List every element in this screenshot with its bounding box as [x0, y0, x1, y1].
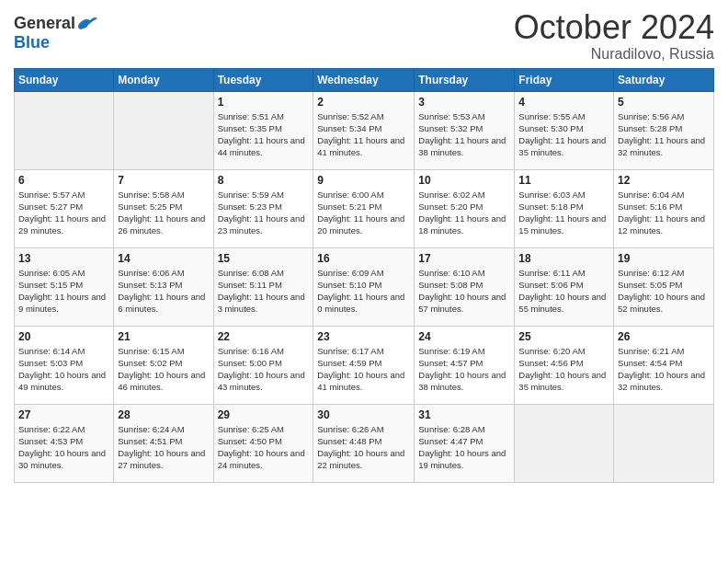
day-info: Sunrise: 5:58 AM Sunset: 5:25 PM Dayligh…: [118, 190, 205, 236]
title-block: October 2024 Nuradilovo, Russia: [514, 9, 714, 63]
day-cell: 19Sunrise: 6:12 AM Sunset: 5:05 PM Dayli…: [614, 247, 714, 326]
day-number: 4: [518, 96, 609, 109]
day-cell: 28Sunrise: 6:24 AM Sunset: 4:51 PM Dayli…: [114, 404, 213, 482]
day-cell: 12Sunrise: 6:04 AM Sunset: 5:16 PM Dayli…: [614, 169, 714, 247]
day-cell: 9Sunrise: 6:00 AM Sunset: 5:21 PM Daylig…: [313, 169, 415, 247]
day-info: Sunrise: 6:19 AM Sunset: 4:57 PM Dayligh…: [418, 346, 506, 393]
day-info: Sunrise: 6:08 AM Sunset: 5:11 PM Dayligh…: [218, 268, 305, 315]
day-number: 1: [218, 96, 310, 109]
day-cell: 31Sunrise: 6:28 AM Sunset: 4:47 PM Dayli…: [415, 404, 515, 482]
day-cell: 14Sunrise: 6:06 AM Sunset: 5:13 PM Dayli…: [114, 247, 213, 326]
logo-text: General: [14, 14, 97, 33]
day-cell: 21Sunrise: 6:15 AM Sunset: 5:02 PM Dayli…: [114, 326, 213, 404]
day-number: 5: [618, 96, 710, 109]
day-cell: 3Sunrise: 5:53 AM Sunset: 5:32 PM Daylig…: [415, 91, 515, 169]
day-number: 21: [118, 330, 209, 343]
day-cell: [614, 404, 714, 482]
day-number: 9: [317, 174, 410, 187]
day-cell: 29Sunrise: 6:25 AM Sunset: 4:50 PM Dayli…: [213, 404, 313, 482]
day-number: 6: [18, 174, 109, 187]
location-title: Nuradilovo, Russia: [514, 46, 714, 63]
day-number: 29: [218, 408, 310, 421]
day-cell: 10Sunrise: 6:02 AM Sunset: 5:20 PM Dayli…: [415, 169, 515, 247]
day-number: 26: [618, 330, 710, 343]
day-info: Sunrise: 6:21 AM Sunset: 4:54 PM Dayligh…: [618, 346, 705, 393]
day-number: 25: [518, 330, 609, 343]
day-info: Sunrise: 6:09 AM Sunset: 5:10 PM Dayligh…: [317, 268, 404, 315]
logo: General Blue: [14, 9, 97, 52]
day-info: Sunrise: 6:10 AM Sunset: 5:08 PM Dayligh…: [418, 268, 506, 315]
day-info: Sunrise: 5:59 AM Sunset: 5:23 PM Dayligh…: [218, 190, 305, 236]
calendar-table: SundayMondayTuesdayWednesdayThursdayFrid…: [14, 68, 714, 483]
weekday-header-row: SundayMondayTuesdayWednesdayThursdayFrid…: [15, 68, 714, 91]
logo-general: General: [14, 14, 75, 33]
day-info: Sunrise: 6:15 AM Sunset: 5:02 PM Dayligh…: [118, 346, 205, 393]
day-info: Sunrise: 6:06 AM Sunset: 5:13 PM Dayligh…: [118, 268, 205, 315]
day-cell: 20Sunrise: 6:14 AM Sunset: 5:03 PM Dayli…: [15, 326, 114, 404]
day-cell: [114, 91, 213, 169]
day-cell: 8Sunrise: 5:59 AM Sunset: 5:23 PM Daylig…: [213, 169, 313, 247]
day-info: Sunrise: 5:56 AM Sunset: 5:28 PM Dayligh…: [618, 111, 705, 158]
day-info: Sunrise: 5:55 AM Sunset: 5:30 PM Dayligh…: [518, 111, 606, 158]
day-number: 30: [317, 408, 410, 421]
logo-blue: Blue: [14, 33, 50, 52]
day-number: 3: [418, 96, 510, 109]
week-row-4: 20Sunrise: 6:14 AM Sunset: 5:03 PM Dayli…: [15, 326, 714, 404]
day-number: 15: [218, 252, 310, 265]
day-cell: 18Sunrise: 6:11 AM Sunset: 5:06 PM Dayli…: [515, 247, 614, 326]
month-title: October 2024: [514, 9, 714, 46]
day-info: Sunrise: 6:02 AM Sunset: 5:20 PM Dayligh…: [418, 190, 506, 236]
day-info: Sunrise: 6:11 AM Sunset: 5:06 PM Dayligh…: [518, 268, 606, 315]
day-number: 23: [317, 330, 410, 343]
day-number: 20: [18, 330, 109, 343]
day-number: 13: [18, 252, 109, 265]
day-info: Sunrise: 6:03 AM Sunset: 5:18 PM Dayligh…: [518, 190, 606, 236]
day-number: 22: [218, 330, 310, 343]
day-number: 17: [418, 252, 510, 265]
weekday-header-sunday: Sunday: [15, 68, 114, 91]
weekday-header-wednesday: Wednesday: [313, 68, 415, 91]
day-info: Sunrise: 6:14 AM Sunset: 5:03 PM Dayligh…: [18, 346, 106, 393]
day-info: Sunrise: 6:04 AM Sunset: 5:16 PM Dayligh…: [618, 190, 705, 236]
day-number: 16: [317, 252, 410, 265]
logo-bird-icon: [77, 16, 97, 32]
day-number: 28: [118, 408, 209, 421]
day-info: Sunrise: 6:17 AM Sunset: 4:59 PM Dayligh…: [317, 346, 404, 393]
day-number: 19: [618, 252, 710, 265]
week-row-1: 1Sunrise: 5:51 AM Sunset: 5:35 PM Daylig…: [15, 91, 714, 169]
day-info: Sunrise: 5:51 AM Sunset: 5:35 PM Dayligh…: [218, 111, 305, 158]
day-cell: [15, 91, 114, 169]
day-info: Sunrise: 6:26 AM Sunset: 4:48 PM Dayligh…: [317, 424, 404, 471]
day-info: Sunrise: 6:12 AM Sunset: 5:05 PM Dayligh…: [618, 268, 705, 315]
day-number: 12: [618, 174, 710, 187]
day-cell: 23Sunrise: 6:17 AM Sunset: 4:59 PM Dayli…: [313, 326, 415, 404]
day-cell: 27Sunrise: 6:22 AM Sunset: 4:53 PM Dayli…: [15, 404, 114, 482]
day-info: Sunrise: 5:53 AM Sunset: 5:32 PM Dayligh…: [418, 111, 506, 158]
weekday-header-tuesday: Tuesday: [213, 68, 313, 91]
week-row-5: 27Sunrise: 6:22 AM Sunset: 4:53 PM Dayli…: [15, 404, 714, 482]
day-info: Sunrise: 5:52 AM Sunset: 5:34 PM Dayligh…: [317, 111, 404, 158]
day-cell: 5Sunrise: 5:56 AM Sunset: 5:28 PM Daylig…: [614, 91, 714, 169]
day-cell: 22Sunrise: 6:16 AM Sunset: 5:00 PM Dayli…: [213, 326, 313, 404]
day-number: 8: [218, 174, 310, 187]
day-number: 11: [518, 174, 609, 187]
day-info: Sunrise: 6:00 AM Sunset: 5:21 PM Dayligh…: [317, 190, 404, 236]
day-cell: [515, 404, 614, 482]
day-info: Sunrise: 6:25 AM Sunset: 4:50 PM Dayligh…: [218, 424, 305, 471]
day-cell: 24Sunrise: 6:19 AM Sunset: 4:57 PM Dayli…: [415, 326, 515, 404]
day-number: 10: [418, 174, 510, 187]
week-row-3: 13Sunrise: 6:05 AM Sunset: 5:15 PM Dayli…: [15, 247, 714, 326]
header: General Blue October 2024 Nuradilovo, Ru…: [14, 9, 714, 63]
day-cell: 30Sunrise: 6:26 AM Sunset: 4:48 PM Dayli…: [313, 404, 415, 482]
day-number: 31: [418, 408, 510, 421]
day-number: 27: [18, 408, 109, 421]
day-info: Sunrise: 6:20 AM Sunset: 4:56 PM Dayligh…: [518, 346, 606, 393]
day-number: 18: [518, 252, 609, 265]
day-cell: 13Sunrise: 6:05 AM Sunset: 5:15 PM Dayli…: [15, 247, 114, 326]
day-cell: 4Sunrise: 5:55 AM Sunset: 5:30 PM Daylig…: [515, 91, 614, 169]
day-cell: 25Sunrise: 6:20 AM Sunset: 4:56 PM Dayli…: [515, 326, 614, 404]
day-info: Sunrise: 6:28 AM Sunset: 4:47 PM Dayligh…: [418, 424, 506, 471]
weekday-header-monday: Monday: [114, 68, 213, 91]
day-cell: 6Sunrise: 5:57 AM Sunset: 5:27 PM Daylig…: [15, 169, 114, 247]
week-row-2: 6Sunrise: 5:57 AM Sunset: 5:27 PM Daylig…: [15, 169, 714, 247]
